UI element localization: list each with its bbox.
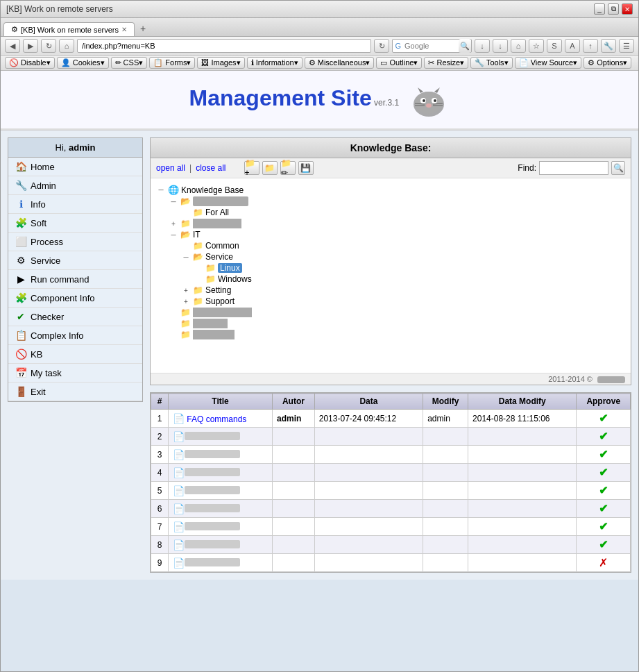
row-title: 📄 FAQ commands: [169, 410, 273, 428]
toolbar-images[interactable]: 🖼 Images▾: [197, 57, 244, 69]
search-go-button[interactable]: 🔍: [459, 39, 471, 53]
kb-edit-button[interactable]: 📁✏: [280, 161, 296, 175]
col-autor: Autor: [273, 394, 315, 410]
kb-add-button[interactable]: 📁+: [244, 161, 259, 175]
tree-node-support[interactable]: + 📁 Support: [181, 296, 625, 307]
doc-icon: 📄: [173, 557, 185, 569]
url-bar[interactable]: [77, 39, 371, 53]
toolbar-cookies[interactable]: 👤 Cookies▾: [57, 57, 109, 69]
toggle-blurred3[interactable]: [169, 308, 178, 317]
tree-node-setting[interactable]: + 📁 Setting: [181, 285, 625, 296]
row-approve: ✗: [577, 554, 631, 572]
nav-extra7[interactable]: ☰: [619, 39, 634, 53]
sidebar-item-soft[interactable]: 🧩 Soft: [8, 214, 142, 233]
sidebar-item-component-info[interactable]: 🧩 Component Info: [8, 289, 142, 308]
sidebar-item-run-command[interactable]: ▶ Run command: [8, 270, 142, 289]
toolbar-css[interactable]: ✏ CSS▾: [111, 57, 148, 69]
toolbar-resize[interactable]: ✂ Resize▾: [424, 57, 468, 69]
tree-node-blurred4[interactable]: 📁: [169, 318, 625, 329]
tree-node-blurred5[interactable]: 📁: [169, 329, 625, 340]
kb-add-sub-button[interactable]: 📁: [262, 161, 278, 175]
tree-node-forall[interactable]: 📁 For All: [181, 207, 625, 218]
toggle-windows[interactable]: [194, 274, 203, 284]
run-command-icon: ▶: [15, 274, 26, 285]
row-approve: ✔: [577, 410, 631, 428]
row-title-link[interactable]: FAQ commands: [187, 414, 246, 424]
maximize-button[interactable]: ⧉: [608, 3, 619, 15]
tree-node-blurred1[interactable]: ─ 📂: [169, 196, 625, 207]
toggle-setting[interactable]: +: [181, 285, 191, 295]
toolbar-outline[interactable]: ▭ Outline▾: [376, 57, 422, 69]
close-all-link[interactable]: close all: [196, 163, 225, 173]
toolbar-disable[interactable]: 🚫 Disable▾: [5, 57, 55, 69]
tree-node-windows[interactable]: 📁 Windows: [194, 274, 625, 285]
toolbar-options[interactable]: ⚙ Options▾: [583, 57, 631, 69]
nav-home2[interactable]: ⌂: [511, 39, 526, 53]
toggle-root[interactable]: ─: [156, 185, 166, 195]
toggle-blurred2[interactable]: +: [169, 219, 178, 228]
tree-node-root[interactable]: ─ 🌐 Knowledge Base: [156, 184, 625, 196]
sidebar-item-info[interactable]: ℹ Info: [8, 195, 142, 214]
nav-extra1[interactable]: ↓: [475, 39, 490, 53]
find-button[interactable]: 🔍: [611, 161, 625, 175]
nav-star[interactable]: ☆: [529, 39, 544, 53]
tree-label-forall: For All: [205, 208, 229, 217]
sidebar-item-exit[interactable]: 🚪 Exit: [8, 383, 142, 401]
toggle-blurred1[interactable]: ─: [169, 196, 178, 206]
folder-icon-support: 📁: [193, 296, 203, 306]
tree-node-it[interactable]: ─ 📂 IT: [169, 229, 625, 240]
sidebar-item-process[interactable]: ⬜ Process: [8, 233, 142, 251]
toggle-blurred4[interactable]: [169, 319, 178, 328]
open-all-link[interactable]: open all: [156, 163, 185, 173]
toggle-support[interactable]: +: [181, 296, 191, 306]
nav-extra4[interactable]: A: [565, 39, 580, 53]
sidebar-item-checker[interactable]: ✔ Checker: [8, 308, 142, 326]
kb-delete-button[interactable]: 💾: [298, 161, 314, 175]
tree-node-blurred3[interactable]: 📁: [169, 307, 625, 318]
toggle-linux[interactable]: [194, 263, 203, 273]
tree-node-common[interactable]: 📁 Common: [181, 240, 625, 251]
nav-extra2[interactable]: ↓: [493, 39, 508, 53]
find-input[interactable]: [539, 161, 608, 175]
forward-button[interactable]: ▶: [23, 39, 38, 53]
minimize-button[interactable]: _: [594, 3, 605, 15]
nav-my-task-label: My task: [31, 368, 62, 378]
tree-node-blurred2[interactable]: + 📁: [169, 218, 625, 229]
refresh-button[interactable]: ↻: [41, 39, 56, 53]
folder-icon-it: 📂: [180, 230, 191, 240]
toolbar-view-source[interactable]: 📄 View Source▾: [515, 57, 582, 69]
blurred-title: [185, 540, 240, 548]
sidebar-item-service[interactable]: ⚙ Service: [8, 251, 142, 270]
close-button[interactable]: ✕: [622, 3, 633, 15]
row-autor: [273, 446, 315, 464]
sidebar-item-complex-info[interactable]: 📋 Complex Info: [8, 326, 142, 345]
search-input[interactable]: [403, 42, 459, 50]
toggle-service[interactable]: ─: [181, 252, 191, 262]
refresh-go-button[interactable]: ↻: [374, 39, 389, 53]
nav-extra6[interactable]: 🔧: [601, 39, 616, 53]
sidebar-item-my-task[interactable]: 📅 My task: [8, 364, 142, 383]
toggle-blurred5[interactable]: [169, 330, 178, 339]
home-nav-button[interactable]: ⌂: [59, 39, 74, 53]
row-data-modify: [468, 464, 577, 482]
tab-close-button[interactable]: ✕: [121, 26, 127, 33]
toolbar-information[interactable]: ℹ Information▾: [247, 57, 303, 69]
toolbar-tools[interactable]: 🔧 Tools▾: [470, 57, 513, 69]
toggle-common[interactable]: [181, 241, 191, 251]
tree-node-service[interactable]: ─ 📂 Service: [181, 251, 625, 262]
sidebar-item-admin[interactable]: 🔧 Admin: [8, 176, 142, 195]
new-tab-button[interactable]: +: [135, 21, 151, 36]
tree-node-linux[interactable]: 📁 Linux: [194, 262, 625, 274]
toolbar-miscellaneous[interactable]: ⚙ Miscellaneous▾: [305, 57, 375, 69]
nav-extra5[interactable]: ↑: [583, 39, 598, 53]
row-data-modify: 2014-08-28 11:15:06: [468, 410, 577, 428]
folder-icon-blurred3: 📁: [180, 308, 191, 317]
toggle-forall[interactable]: [181, 208, 191, 217]
sidebar-item-kb[interactable]: 🚫 KB: [8, 345, 142, 364]
back-button[interactable]: ◀: [5, 39, 20, 53]
sidebar-item-home[interactable]: 🏠 Home: [8, 158, 142, 176]
nav-extra3[interactable]: S: [547, 39, 562, 53]
toggle-it[interactable]: ─: [169, 230, 178, 240]
toolbar-forms[interactable]: 📋 Forms▾: [149, 57, 195, 69]
active-tab[interactable]: ⚙ [KB] Work on remote servers ✕: [3, 22, 135, 36]
